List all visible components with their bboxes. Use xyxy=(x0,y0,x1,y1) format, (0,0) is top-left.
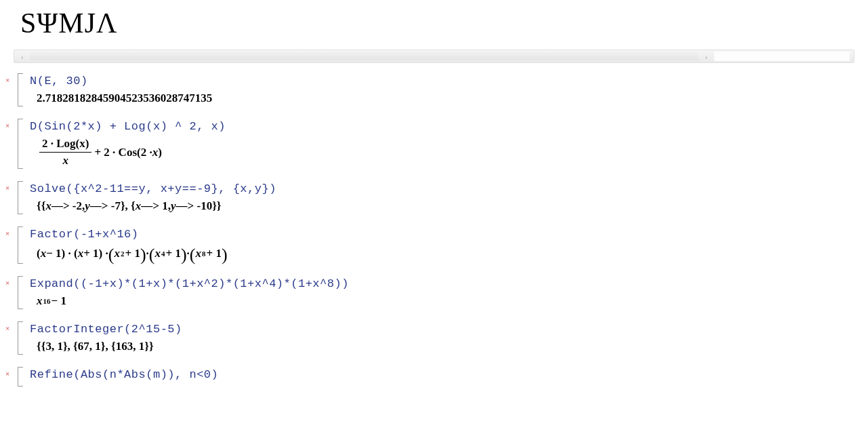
cell-input[interactable]: N(E, 30) xyxy=(30,75,865,87)
text: + 1 xyxy=(125,247,140,260)
text: —> 1, xyxy=(141,199,171,213)
cell-output: 2.71828182845904523536028747135 xyxy=(30,92,865,105)
cell-output: ( x − 1) · ( x + 1) · ( x2 + 1 ) · ( x4 … xyxy=(30,245,865,262)
toolbar: ‹ › xyxy=(14,50,854,63)
cell-input[interactable]: D(Sin(2*x) + Log(x) ^ 2, x) xyxy=(30,120,865,133)
cell-output: 2 · Log(x) x + 2 · Cos(2 · x ) xyxy=(30,137,865,167)
close-icon[interactable]: × xyxy=(5,276,15,309)
close-icon[interactable]: × xyxy=(5,119,15,169)
variable: x xyxy=(41,247,47,260)
exponent: 4 xyxy=(161,250,165,258)
variable: x xyxy=(196,247,202,260)
app-logo: SΨMJΛ xyxy=(20,7,848,39)
variable: x xyxy=(152,146,159,159)
cell-body: Expand((-1+x)*(1+x)*(1+x^2)*(1+x^4)*(1+x… xyxy=(30,276,865,309)
fraction: 2 · Log(x) x xyxy=(39,137,91,167)
paren-close: ) xyxy=(181,246,187,264)
close-icon[interactable]: × xyxy=(5,73,15,106)
text: − 1) · ( xyxy=(46,247,78,260)
text: ) xyxy=(158,146,162,159)
header: SΨMJΛ xyxy=(0,0,868,50)
close-icon[interactable]: × xyxy=(5,367,15,387)
paren-close: ) xyxy=(140,246,146,264)
cell-input[interactable]: Factor(-1+x^16) xyxy=(30,228,865,241)
variable: x xyxy=(155,247,161,260)
cell-body: N(E, 30) 2.71828182845904523536028747135 xyxy=(30,73,865,106)
cell-output: {{3, 1}, {67, 1}, {163, 1}} xyxy=(30,340,865,353)
cell-bracket[interactable] xyxy=(18,321,23,355)
cell-input[interactable]: Refine(Abs(n*Abs(m)), n<0) xyxy=(30,368,865,381)
cell-bracket[interactable] xyxy=(18,73,23,106)
close-icon[interactable]: × xyxy=(5,321,15,355)
toolbar-left-arrow-icon[interactable]: ‹ xyxy=(18,53,26,60)
text: —> -10}} xyxy=(176,199,222,213)
cell-bracket[interactable] xyxy=(18,276,23,309)
cell-output: x16 − 1 xyxy=(30,294,865,308)
toolbar-scrollbar[interactable] xyxy=(30,52,698,60)
cell-input[interactable]: Solve({x^2-11==y, x+y==-9}, {x,y}) xyxy=(30,182,865,195)
toolbar-right-space xyxy=(714,52,850,61)
cell-output: {{ x —> -2, y —> -7}, { x —> 1, y —> -10… xyxy=(30,199,865,213)
cells-container: × N(E, 30) 2.718281828459045235360287471… xyxy=(0,73,868,387)
cell-bracket[interactable] xyxy=(18,226,23,264)
variable: x xyxy=(37,294,43,308)
text: + 1 xyxy=(166,247,181,260)
cell-body: D(Sin(2*x) + Log(x) ^ 2, x) 2 · Log(x) x… xyxy=(30,119,865,169)
cell-body: FactorInteger(2^15-5) {{3, 1}, {67, 1}, … xyxy=(30,321,865,355)
fraction-denominator: x xyxy=(60,153,71,167)
text: − 1 xyxy=(51,294,66,308)
cell-bracket[interactable] xyxy=(18,367,23,387)
cell-input[interactable]: Expand((-1+x)*(1+x)*(1+x^2)*(1+x^4)*(1+x… xyxy=(30,277,865,290)
text: {{ xyxy=(37,199,45,213)
cell: × FactorInteger(2^15-5) {{3, 1}, {67, 1}… xyxy=(3,321,865,355)
cell: × Refine(Abs(n*Abs(m)), n<0) xyxy=(3,367,865,387)
cell: × Factor(-1+x^16) ( x − 1) · ( x + 1) · … xyxy=(3,226,865,264)
variable: y xyxy=(171,199,176,213)
cell-bracket[interactable] xyxy=(18,119,23,169)
paren-open: ( xyxy=(149,246,155,264)
toolbar-right-arrow-icon[interactable]: › xyxy=(703,53,710,60)
fraction-numerator: 2 · Log(x) xyxy=(39,137,91,153)
cell: × Expand((-1+x)*(1+x)*(1+x^2)*(1+x^4)*(1… xyxy=(3,276,865,309)
cell: × Solve({x^2-11==y, x+y==-9}, {x,y}) {{ … xyxy=(3,181,865,214)
text: —> -2, xyxy=(51,199,85,213)
text: + 1 xyxy=(207,247,222,260)
cell-bracket[interactable] xyxy=(18,181,23,214)
text: + 2 · Cos(2 · xyxy=(94,146,152,159)
text: 2 · Log(x) xyxy=(42,137,89,150)
close-icon[interactable]: × xyxy=(5,181,15,214)
variable: y xyxy=(85,199,90,213)
paren-open: ( xyxy=(190,246,196,264)
cell-body: Solve({x^2-11==y, x+y==-9}, {x,y}) {{ x … xyxy=(30,181,865,214)
cell: × N(E, 30) 2.718281828459045235360287471… xyxy=(3,73,865,106)
paren-close: ) xyxy=(222,246,228,264)
variable: x xyxy=(78,247,84,260)
variable: x xyxy=(45,199,51,213)
text: —> -7}, { xyxy=(90,199,136,213)
variable: x xyxy=(114,247,120,260)
paren-open: ( xyxy=(108,246,115,264)
exponent: 8 xyxy=(202,250,206,258)
exponent: 16 xyxy=(43,297,51,305)
text: + 1) · xyxy=(83,247,108,260)
cell: × D(Sin(2*x) + Log(x) ^ 2, x) 2 · Log(x)… xyxy=(3,119,865,169)
close-icon[interactable]: × xyxy=(5,226,15,264)
cell-input[interactable]: FactorInteger(2^15-5) xyxy=(30,323,865,336)
exponent: 2 xyxy=(121,250,125,258)
cell-body: Refine(Abs(n*Abs(m)), n<0) xyxy=(30,367,865,387)
cell-body: Factor(-1+x^16) ( x − 1) · ( x + 1) · ( … xyxy=(30,226,865,264)
